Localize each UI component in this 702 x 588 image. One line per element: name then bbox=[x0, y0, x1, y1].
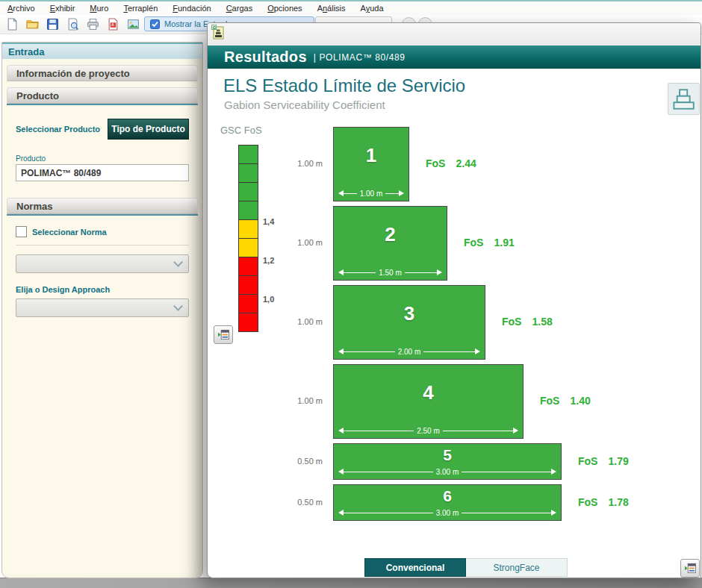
resultados-dialog: G Resultados | POLIMAC™ 80/489 ELS Estad… bbox=[207, 22, 701, 578]
product-field-label: Producto bbox=[16, 154, 189, 163]
gsc-fos-label: GSC FoS bbox=[220, 125, 262, 136]
scale-tick-1-4: 1,4 bbox=[263, 217, 274, 226]
gabion-block-6[interactable]: 63.00 m bbox=[333, 484, 562, 521]
print-preview-icon[interactable] bbox=[65, 17, 80, 31]
dialog-titlebar: G bbox=[208, 23, 701, 46]
block-5-number: 5 bbox=[334, 446, 561, 464]
menu-bar: ArchivoExhibirMuroTerraplénFundaciónCarg… bbox=[0, 1, 702, 15]
block-6-height-label: 0.50 m bbox=[266, 498, 323, 507]
divider bbox=[16, 245, 189, 245]
print-icon[interactable] bbox=[85, 17, 100, 31]
block-2-width-dimension: 1.50 m bbox=[338, 268, 442, 277]
gabion-block-3[interactable]: 32.00 m bbox=[333, 285, 485, 360]
dialog-header-title: Resultados bbox=[224, 49, 307, 66]
section-header-project-info[interactable]: Información de proyecto bbox=[7, 65, 198, 81]
block-3-fos-value: FoS1.58 bbox=[502, 316, 553, 328]
right-panel-toggle-button[interactable] bbox=[680, 559, 700, 578]
select-norm-label: Seleccionar Norma bbox=[32, 228, 107, 237]
page-title: ELS Estado Límite de Servicio bbox=[223, 75, 465, 96]
section-header-producto[interactable]: Producto bbox=[7, 87, 198, 104]
block-4-number: 4 bbox=[334, 381, 523, 404]
block-3-number: 3 bbox=[334, 302, 485, 325]
section-project-info: Información de proyecto bbox=[7, 65, 198, 81]
save-icon[interactable] bbox=[45, 17, 60, 31]
left-panel-toggle-button[interactable] bbox=[214, 325, 233, 344]
gsc-color-scale bbox=[238, 146, 258, 332]
gabion-window-icon: G bbox=[211, 25, 224, 40]
block-1-fos-value: FoS2.44 bbox=[426, 157, 476, 169]
tab-convencional[interactable]: Convencional bbox=[364, 558, 466, 577]
export-pdf-icon[interactable]: A bbox=[105, 17, 120, 31]
block-5-width-dimension: 3.00 m bbox=[338, 467, 556, 476]
dialog-header: Resultados | POLIMAC™ 80/489 bbox=[208, 46, 701, 69]
block-4-height-label: 1.00 m bbox=[266, 396, 323, 405]
scale-cell-red-7 bbox=[238, 275, 258, 295]
gabion-block-5[interactable]: 53.00 m bbox=[333, 443, 562, 480]
scale-cell-yellow-4 bbox=[238, 219, 258, 239]
panel-toggle-icon bbox=[217, 329, 230, 340]
menu-item-analisis[interactable]: Análisis bbox=[316, 2, 353, 14]
product-type-button[interactable]: Tipo de Producto bbox=[108, 119, 189, 140]
block-1-number: 1 bbox=[334, 144, 409, 167]
gabion-block-2[interactable]: 21.50 m bbox=[333, 206, 447, 281]
menu-item-muro[interactable]: Muro bbox=[88, 2, 116, 14]
menu-item-terraplen[interactable]: Terraplén bbox=[122, 2, 165, 14]
product-field-input[interactable] bbox=[16, 164, 189, 181]
scale-cell-green-1 bbox=[238, 163, 258, 183]
section-normas: Normas Seleccionar Norma Elija o Design … bbox=[7, 198, 198, 340]
section-body-normas: Seleccionar Norma Elija o Design Approac… bbox=[7, 214, 198, 340]
menu-item-opciones[interactable]: Opciones bbox=[266, 2, 309, 14]
section-producto: Producto Seleccionar Producto Tipo de Pr… bbox=[7, 87, 198, 192]
chevron-down-icon bbox=[173, 257, 183, 267]
new-document-icon[interactable] bbox=[4, 17, 19, 31]
scale-cell-yellow-5 bbox=[238, 238, 258, 257]
select-product-label: Seleccionar Producto bbox=[16, 125, 100, 134]
entrada-header: Entrada bbox=[2, 43, 202, 59]
block-6-width-dimension: 3.00 m bbox=[338, 508, 556, 517]
scale-cell-green-0 bbox=[238, 145, 258, 164]
block-6-number: 6 bbox=[334, 487, 561, 505]
block-6-fos-value: FoS1.78 bbox=[578, 496, 629, 508]
block-2-fos-value: FoS1.91 bbox=[464, 237, 515, 248]
gabion-block-1[interactable]: 11.00 m bbox=[333, 127, 409, 201]
block-3-height-label: 1.00 m bbox=[266, 317, 323, 326]
face-type-tabs: ConvencionalStrongFace bbox=[364, 558, 568, 577]
block-3-width-dimension: 2.00 m bbox=[338, 347, 480, 356]
menu-item-archivo[interactable]: Archivo bbox=[6, 2, 43, 14]
scale-tick-1-0: 1,0 bbox=[263, 295, 274, 304]
select-norm-checkbox[interactable] bbox=[16, 226, 27, 237]
menu-item-cargas[interactable]: Cargas bbox=[225, 2, 260, 14]
menu-item-exhibir[interactable]: Exhibir bbox=[49, 2, 83, 14]
sidebar-entrada-panel: Entrada Información de proyecto Producto… bbox=[1, 42, 203, 578]
gabion-block-4[interactable]: 42.50 m bbox=[333, 364, 524, 439]
block-4-fos-value: FoS1.40 bbox=[540, 395, 591, 407]
block-1-width-dimension: 1.00 m bbox=[338, 189, 404, 198]
section-header-normas[interactable]: Normas bbox=[7, 198, 198, 214]
section-body-producto: Seleccionar Producto Tipo de Producto Pr… bbox=[7, 104, 198, 192]
scale-tick-1-2: 1,2 bbox=[263, 256, 274, 265]
page-subtitle: Gabion Serviceability Coefficient bbox=[224, 98, 385, 111]
menu-item-fundacion[interactable]: Fundación bbox=[171, 2, 218, 14]
scale-cell-red-8 bbox=[238, 294, 258, 313]
block-2-number: 2 bbox=[334, 223, 447, 246]
checked-checkbox-icon bbox=[150, 19, 160, 29]
block-5-fos-value: FoS1.79 bbox=[578, 455, 629, 467]
block-4-width-dimension: 2.50 m bbox=[338, 426, 518, 435]
wall-section-button[interactable] bbox=[668, 83, 700, 115]
open-folder-icon[interactable] bbox=[25, 17, 40, 31]
block-1-height-label: 1.00 m bbox=[266, 159, 323, 168]
wall-section-icon bbox=[671, 87, 697, 112]
design-approach-dropdown[interactable] bbox=[16, 298, 189, 317]
tab-strongface[interactable]: StrongFace bbox=[466, 558, 568, 577]
svg-text:A: A bbox=[111, 22, 114, 27]
menu-item-ayuda[interactable]: Ayuda bbox=[359, 2, 391, 14]
block-5-height-label: 0.50 m bbox=[266, 457, 323, 466]
status-bar bbox=[0, 578, 702, 588]
dialog-header-product: | POLIMAC™ 80/489 bbox=[314, 52, 406, 63]
scale-cell-red-9 bbox=[238, 313, 258, 332]
block-2-height-label: 1.00 m bbox=[266, 238, 323, 247]
export-image-icon[interactable] bbox=[125, 17, 140, 31]
norm-dropdown[interactable] bbox=[16, 254, 189, 273]
scale-cell-green-2 bbox=[238, 182, 258, 201]
design-approach-label: Elija o Design Approach bbox=[16, 285, 189, 294]
